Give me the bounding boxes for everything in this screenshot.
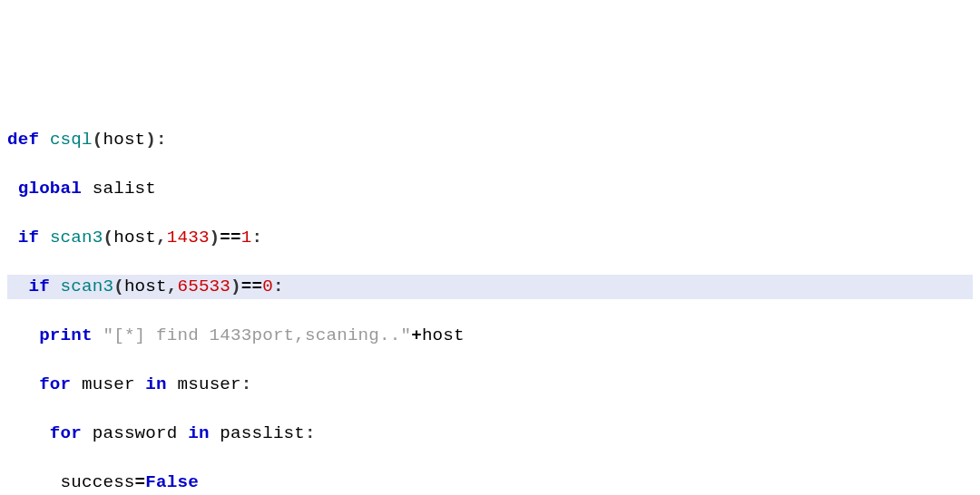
keyword-print: print: [39, 325, 93, 345]
punct: ): [145, 130, 156, 150]
keyword-in: in: [145, 374, 166, 394]
ident: salist: [93, 179, 156, 199]
ident: muser: [82, 374, 135, 394]
keyword-for: for: [50, 423, 82, 443]
keyword-if: if: [18, 228, 39, 248]
func-call: scan3: [61, 277, 114, 296]
func-call: scan3: [50, 228, 103, 248]
number: 0: [262, 277, 273, 296]
code-line: for password in passlist:: [7, 422, 973, 446]
punct: ,: [156, 228, 167, 248]
code-line-highlighted: if scan3(host,65533)==0:: [7, 275, 973, 299]
ident: success: [61, 472, 135, 492]
keyword-for: for: [39, 374, 71, 394]
punct: :: [241, 374, 252, 394]
punct: (: [93, 130, 103, 150]
punct: (: [113, 277, 124, 296]
code-line: for muser in msuser:: [7, 373, 973, 397]
operator: +: [411, 325, 422, 345]
func-name: csql: [50, 130, 93, 150]
ident: host: [124, 277, 167, 296]
ident: host: [422, 325, 465, 345]
number: 65533: [177, 277, 230, 296]
code-line: print "[*] find 1433port,scaning.."+host: [7, 324, 973, 348]
number: 1433: [167, 228, 210, 248]
ident: password: [93, 423, 178, 443]
punct: :: [273, 277, 284, 296]
code-line: def csql(host):: [7, 128, 973, 152]
punct: ): [210, 228, 220, 248]
punct: (: [103, 228, 113, 248]
punct: ): [230, 277, 241, 296]
keyword-in: in: [188, 423, 209, 443]
ident: msuser: [177, 374, 240, 394]
punct: :: [251, 228, 262, 248]
keyword-def: def: [7, 130, 39, 150]
number: 1: [241, 228, 252, 248]
ident: host: [113, 228, 156, 248]
punct: :: [305, 423, 316, 443]
string: "[*] find 1433port,scaning..": [103, 325, 411, 345]
code-line: success=False: [7, 471, 973, 495]
code-line: if scan3(host,1433)==1:: [7, 226, 973, 250]
operator: ==: [220, 228, 240, 248]
keyword-global: global: [18, 179, 82, 199]
punct: :: [156, 130, 167, 150]
code-line: global salist: [7, 177, 973, 201]
code-block: def csql(host): global salist if scan3(h…: [7, 103, 973, 495]
ident: passlist: [220, 423, 305, 443]
keyword-if: if: [28, 277, 49, 296]
punct: ,: [167, 277, 178, 296]
bool-false: False: [145, 472, 199, 492]
operator: ==: [241, 277, 262, 296]
operator: =: [135, 472, 146, 492]
param-host: host: [103, 130, 145, 150]
